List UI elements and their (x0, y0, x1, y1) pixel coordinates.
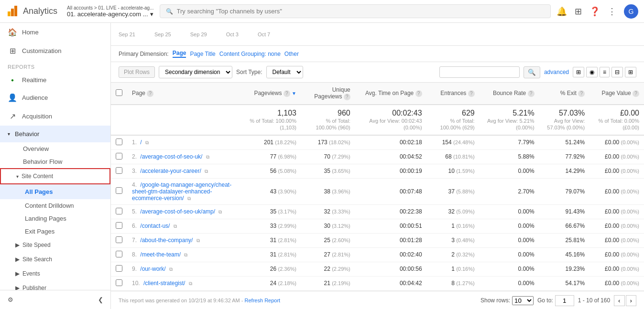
advanced-link[interactable]: advanced (544, 69, 569, 75)
sidebar-item-realtime[interactable]: ● Realtime (0, 72, 110, 88)
row-checkbox-cell (111, 219, 127, 233)
pie-view-button[interactable]: ◉ (586, 67, 598, 77)
plot-rows-button[interactable]: Plot Rows (119, 66, 155, 78)
sidebar-item-exit-pages[interactable]: Exit Pages (0, 225, 110, 238)
row-checkbox[interactable] (116, 265, 122, 272)
search-input[interactable] (177, 8, 545, 15)
sidebar-item-overview[interactable]: Overview (0, 142, 110, 155)
account-name[interactable]: 01. accelerate-agency.com ... ▾ (67, 11, 153, 18)
copy-icon[interactable]: ⧉ (196, 238, 200, 243)
pivot-view-button[interactable]: ⊞ (625, 67, 636, 77)
goto-input[interactable] (555, 295, 574, 306)
row-checkbox[interactable] (116, 153, 122, 160)
row-checkbox[interactable] (116, 251, 122, 257)
dimension-content-grouping-link[interactable]: Content Grouping: none (219, 51, 281, 57)
select-all-checkbox[interactable] (116, 89, 122, 96)
refresh-report-link[interactable]: Refresh Report (245, 298, 281, 303)
collapse-sidebar-button[interactable]: ❮ (98, 296, 103, 303)
row-checkbox[interactable] (116, 279, 122, 286)
row-checkbox[interactable] (116, 236, 122, 243)
row-checkbox[interactable] (116, 139, 122, 145)
summary-entrances: 629 % of Total: 100.00% (629) (427, 105, 480, 135)
row-checkbox[interactable] (116, 222, 122, 229)
row-entrances: 1 (0.16%) (427, 262, 480, 276)
page-link[interactable]: / (140, 139, 142, 146)
prev-page-button[interactable]: ‹ (614, 295, 624, 306)
sidebar-item-audience[interactable]: 👤 Audience (0, 88, 110, 107)
page-range-label: 1 - 10 of 160 (578, 297, 610, 304)
row-avg-time: 00:22:38 (355, 204, 427, 219)
more-icon[interactable]: ⋮ (608, 6, 616, 17)
row-number: 5. (132, 208, 137, 215)
dimension-other-link[interactable]: Other (284, 51, 299, 57)
search-bar[interactable]: 🔍 (160, 4, 551, 18)
copy-icon[interactable]: ⧉ (145, 140, 149, 145)
sidebar-item-behavior-flow[interactable]: Behavior Flow (0, 155, 110, 168)
page-link[interactable]: /google-tag-manager-agency/cheat-sheet-g… (132, 181, 231, 202)
sidebar-admin[interactable]: ⚙ ❮ (0, 290, 111, 309)
sidebar-item-events[interactable]: ▶ Events (0, 266, 110, 281)
col-unique-pv[interactable]: UniquePageviews ? (301, 83, 355, 105)
page-link[interactable]: /accelerate-your-career/ (140, 168, 201, 174)
row-pageviews: 35 (3.17%) (241, 204, 301, 219)
page-link[interactable]: /about-the-company/ (140, 237, 193, 244)
copy-icon[interactable]: ⧉ (187, 196, 191, 201)
row-pct-exit: 54.17% (539, 276, 590, 290)
help-icon[interactable]: ❓ (589, 6, 600, 17)
col-page[interactable]: Page ? (127, 83, 241, 105)
col-entrances[interactable]: Entrances ? (427, 83, 480, 105)
col-pageviews[interactable]: Pageviews ? ▼ (241, 83, 301, 105)
row-pageviews: 56 (5.08%) (241, 164, 301, 178)
page-link[interactable]: /meet-the-team/ (140, 251, 181, 258)
sidebar-item-site-search[interactable]: ▶ Site Search (0, 252, 110, 266)
copy-icon[interactable]: ⧉ (169, 266, 173, 272)
sidebar-item-site-speed[interactable]: ▶ Site Speed (0, 238, 110, 252)
sidebar-item-behavior[interactable]: ▾ Behavior (0, 126, 110, 142)
copy-icon[interactable]: ⧉ (174, 224, 177, 229)
copy-icon[interactable]: ⧉ (189, 281, 192, 286)
page-link[interactable]: /contact-us/ (140, 223, 170, 229)
avatar[interactable]: G (624, 4, 638, 19)
col-avg-time[interactable]: Avg. Time on Page ? (355, 83, 427, 105)
sort-type-select[interactable]: Default (266, 66, 303, 78)
copy-icon[interactable]: ⧉ (206, 154, 209, 160)
svg-rect-1 (11, 9, 14, 16)
row-number: 2. (132, 153, 137, 160)
page-link[interactable]: /average-cost-of-seo-uk/amp/ (140, 208, 215, 215)
comparison-view-button[interactable]: ⊟ (611, 67, 623, 77)
sidebar-item-site-content[interactable]: ▾ Site Content (0, 168, 110, 184)
grid-view-button[interactable]: ⊞ (573, 67, 584, 77)
row-bounce-rate: 0.00% (480, 219, 539, 233)
secondary-dimension-select[interactable]: Secondary dimension (159, 66, 232, 78)
row-bounce-rate: 0.00% (480, 233, 539, 247)
page-link[interactable]: /our-work/ (140, 266, 165, 272)
list-view-button[interactable]: ≡ (600, 67, 610, 77)
table-search-input[interactable] (439, 66, 520, 78)
row-pageviews: 31 (2.81%) (241, 233, 301, 247)
sidebar-item-acquisition[interactable]: ↗ Acquisition (0, 107, 110, 126)
dimension-page-title-link[interactable]: Page Title (190, 51, 215, 57)
col-pct-exit[interactable]: % Exit ? (539, 83, 590, 105)
row-page-cell: 2. /average-cost-of-seo-uk/ ⧉ (127, 149, 241, 164)
copy-icon[interactable]: ⧉ (205, 169, 208, 174)
next-page-button[interactable]: › (626, 295, 636, 306)
sidebar-item-content-drilldown[interactable]: Content Drilldown (0, 199, 110, 212)
sidebar-item-home[interactable]: 🏠 Home (0, 23, 110, 42)
sidebar-item-landing-pages[interactable]: Landing Pages (0, 212, 110, 225)
col-bounce-rate[interactable]: Bounce Rate ? (480, 83, 539, 105)
apps-icon[interactable]: ⊞ (575, 6, 582, 17)
col-page-value[interactable]: Page Value ? (589, 83, 644, 105)
show-rows-select[interactable]: 10 25 50 100 (512, 296, 534, 305)
page-link[interactable]: /client-strategist/ (143, 280, 185, 287)
sidebar-item-customization[interactable]: ⊞ Customization (0, 42, 110, 60)
copy-icon[interactable]: ⧉ (218, 209, 222, 214)
table-search-button[interactable]: 🔍 (524, 66, 540, 78)
row-checkbox[interactable] (116, 208, 122, 214)
sidebar-item-all-pages[interactable]: All Pages (0, 184, 110, 199)
copy-icon[interactable]: ⧉ (184, 252, 187, 257)
row-checkbox[interactable] (116, 167, 122, 174)
row-checkbox[interactable] (116, 187, 122, 194)
dimension-page-link[interactable]: Page (173, 50, 186, 58)
notifications-icon[interactable]: 🔔 (557, 6, 567, 17)
page-link[interactable]: /average-cost-of-seo-uk/ (140, 153, 202, 160)
